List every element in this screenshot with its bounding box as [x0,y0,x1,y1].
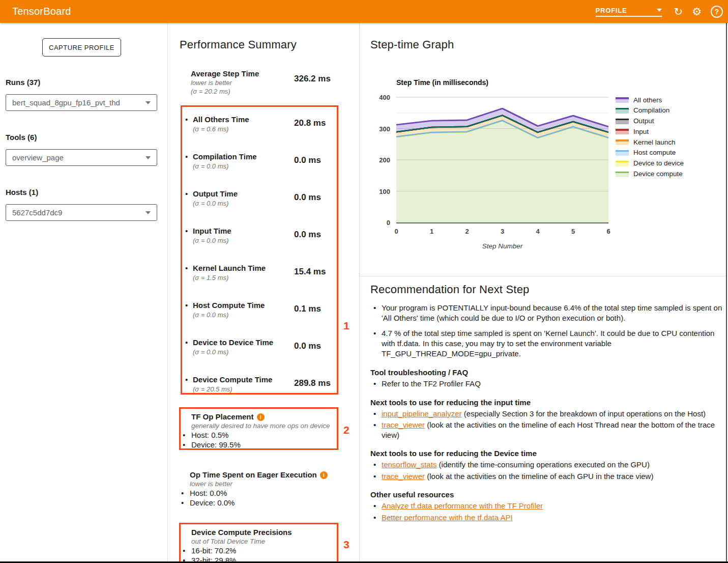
tools-label: Tools (6) [6,133,37,142]
top-app-bar: TensorBoard PROFILE ↻ ⚙ ? [0,0,728,23]
chevron-down-icon [145,101,151,104]
annotation-box-1: • All Others Time(σ = 0.6 ms) 20.8 ms • … [181,105,338,395]
dashboard-selector[interactable]: PROFILE [596,7,662,17]
metric-label: Device Compute Time [193,375,272,384]
legend-item: Host compute [616,149,684,157]
legend-swatch-icon [616,128,629,134]
metric-label: Device to Device Time [193,338,273,347]
recommendation-bullet: Your program is POTENTIALLY input-bound … [370,303,724,323]
legend-label: Device to device [633,159,684,167]
metric-value: 289.8 ms [294,378,331,388]
bullet-icon: • [185,338,188,347]
dashboard-selector-value: PROFILE [596,7,627,14]
eager-execution-section: Op Time Spent on Eager Executioni lower … [179,467,338,507]
chevron-down-icon [145,156,151,159]
svg-text:3: 3 [501,228,504,235]
tf-op-placement-subtitle: generally desired to have more ops on de… [181,422,337,430]
tool-link-description: (identify the time-consuming operations … [436,460,650,469]
precisions-title: Device Compute Precisions [191,528,292,537]
svg-text:0: 0 [394,228,398,235]
faq-heading: Tool troubleshooting / FAQ [370,368,724,377]
help-icon[interactable]: ? [711,6,723,18]
metric-value: 326.2 ms [294,74,331,84]
svg-text:4: 4 [536,228,540,235]
resource-link-item: Analyze tf.data performance with the TF … [370,501,724,511]
trace-viewer-link[interactable]: trace_viewer [382,472,425,481]
topbar-controls: PROFILE ↻ ⚙ ? [596,0,723,23]
tools-select[interactable]: overview_page [6,149,157,166]
legend-item: Kernel launch [616,138,684,146]
legend-label: All others [633,96,662,104]
eager-host: Host: 0.0% [179,489,338,498]
better-performance-link[interactable]: Better performance with the tf.data API [382,513,513,522]
svg-text:200: 200 [379,156,390,164]
metric-value: 0.0 ms [294,341,321,351]
device-tools-heading: Next tools to use for reducing the Devic… [370,448,724,458]
runs-select[interactable]: bert_squad_8gpu_fp16_pvt_thd [6,94,157,111]
recommendation-section: Recommendation for Next Step Your progra… [370,283,724,524]
bullet-icon: • [185,301,188,309]
precisions-subtitle: out of Total Device Time [181,538,337,546]
legend-item: Output [616,117,684,125]
tf-op-placement-device: Device: 99.5% [181,440,337,449]
tensorflow-stats-link[interactable]: tensorflow_stats [382,460,436,469]
legend-swatch-icon [616,97,629,103]
annotation-number-3: 3 [343,539,350,551]
bullet-icon: • [185,189,188,198]
average-step-time-row: Average Step Time lower is better (σ = 2… [191,69,348,96]
hosts-label: Hosts (1) [6,188,38,196]
svg-text:2: 2 [465,228,469,235]
tool-link-item: tensorflow_stats (identify the time-cons… [370,460,724,470]
tf-op-placement-title: TF Op Placement [191,412,254,421]
runs-label: Runs (37) [6,78,40,87]
metric-sigma: (σ = 0.0 ms) [193,162,228,170]
chart-legend: All others Compilation Output Input Kern… [616,96,684,180]
bullet-icon: • [185,152,188,161]
recommendation-title: Recommendation for Next Step [370,283,724,296]
metric-label: Compilation Time [193,152,257,161]
tools-select-value: overview_page [12,153,145,162]
hosts-select[interactable]: 5627c5dd7dc9 [6,204,157,221]
resources-heading: Other useful resources [370,490,724,499]
analyze-tfdata-link[interactable]: Analyze tf.data performance with the TF … [382,501,543,510]
metric-label: All Others Time [193,115,249,124]
bullet-icon: • [185,115,188,124]
tensorboard-profile-page: TensorBoard PROFILE ↻ ⚙ ? CAPTURE PROFIL… [0,0,728,563]
bullet-icon: • [185,264,188,272]
chevron-down-icon [145,211,151,214]
svg-text:0: 0 [387,219,390,227]
legend-label: Host compute [633,149,676,156]
svg-text:300: 300 [379,125,390,133]
tf-op-placement-host: Host: 0.5% [181,431,337,440]
metric-sigma: (σ = 0.6 ms) [193,125,228,133]
svg-text:5: 5 [571,228,575,235]
svg-text:1: 1 [430,228,433,235]
window-scrollbar[interactable] [726,23,727,563]
trace-viewer-link[interactable]: trace_viewer [382,420,425,429]
legend-label: Compilation [633,106,669,114]
gear-icon[interactable]: ⚙ [692,6,702,17]
metric-value: 0.1 ms [294,304,321,314]
tool-link-item: trace_viewer (look at the activities on … [370,420,724,440]
metric-sigma: (σ = 0.0 ms) [193,311,228,319]
input-pipeline-analyzer-link[interactable]: input_pipeline_analyzer [382,409,462,418]
eager-title: Op Time Spent on Eager Execution [190,470,317,480]
legend-label: Input [633,128,649,135]
info-icon[interactable]: i [320,471,328,479]
refresh-icon[interactable]: ↻ [674,6,683,17]
info-icon[interactable]: i [257,413,265,421]
tool-link-description: (look at the activities on the timeline … [425,472,653,481]
chevron-down-icon [657,9,662,12]
legend-item: All others [616,96,684,104]
legend-swatch-icon [616,139,629,145]
svg-text:400: 400 [379,94,390,101]
legend-label: Kernel launch [633,138,676,146]
tool-link-item: trace_viewer (look at the activities on … [370,471,724,482]
capture-profile-button[interactable]: CAPTURE PROFILE [42,38,121,57]
metric-value: 20.8 ms [294,118,326,128]
legend-item: Compilation [616,106,684,115]
bullet-icon: • [185,375,188,384]
legend-label: Output [633,117,654,125]
metric-label: Input Time [193,227,231,235]
legend-item: Device compute [616,170,684,178]
